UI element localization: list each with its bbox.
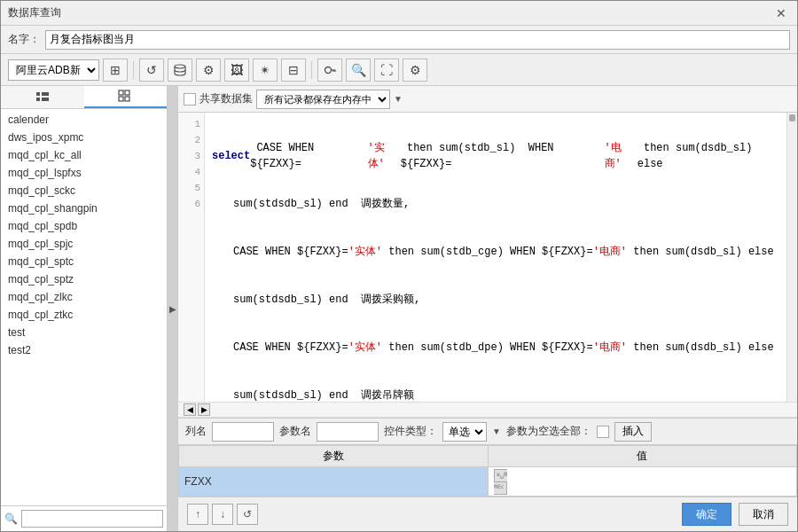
table-row: FZXX ᵃᵤᴮᴿᴱᶜ <box>179 467 797 497</box>
code-text-3c: then sum(dsdb_sl) else <box>627 340 774 356</box>
star-btn[interactable]: ✴ <box>253 59 278 82</box>
sidebar-item-9[interactable]: mqd_cpl_sptz <box>1 270 167 288</box>
sidebar-item-8[interactable]: mqd_cpl_sptc <box>1 253 167 270</box>
col-param-input[interactable] <box>317 422 379 442</box>
value-cell[interactable]: ᵃᵤᴮᴿᴱᶜ <box>488 467 797 497</box>
sidebar-item-10[interactable]: mqd_cpl_zlkc <box>1 288 167 306</box>
store-select[interactable]: 所有记录都保存在内存中 <box>256 90 390 109</box>
sidebar: calenderdws_ipos_xpmcmqd_cpl_kc_allmqd_c… <box>1 86 168 531</box>
str-1a: '实体' <box>368 140 401 172</box>
toolbar-sep-2 <box>311 61 312 79</box>
editor-nav-row: ◀ ▶ <box>178 402 797 418</box>
code-text-2c: then sum(dsdb_sl) else <box>627 244 774 260</box>
image-btn[interactable]: 🖼 <box>224 59 249 82</box>
sidebar-collapse-arrow[interactable]: ▶ <box>168 86 178 531</box>
list-view-btn[interactable] <box>1 86 84 108</box>
line-num-2: 2 <box>178 132 204 148</box>
sort-buttons: ↑ ↓ ↺ <box>187 504 258 525</box>
param-cell[interactable]: FZXX <box>179 467 489 497</box>
line-num-3: 3 <box>178 148 204 164</box>
sidebar-search-input[interactable] <box>21 510 163 528</box>
minus-btn[interactable]: ⊟ <box>281 59 306 82</box>
grid-view-btn[interactable]: ⊞ <box>103 59 128 82</box>
action-row: ↑ ↓ ↺ 确定 取消 <box>178 497 797 531</box>
code-text-1c: then sum(dsdb_sl) else <box>638 140 779 172</box>
grid-icon <box>117 89 133 105</box>
line-num-4: 4 <box>178 164 204 180</box>
svg-rect-12 <box>125 97 129 101</box>
sidebar-item-3[interactable]: mqd_cpl_lspfxs <box>1 164 167 182</box>
kw-select: select <box>212 148 250 164</box>
code-line-3: CASE WHEN ${FZXX}= '实体' then sum(stdb_dp… <box>212 340 779 356</box>
sidebar-item-12[interactable]: test <box>1 324 167 341</box>
datasource-select[interactable]: 阿里云ADB新 <box>8 59 99 81</box>
sidebar-item-7[interactable]: mqd_cpl_spjc <box>1 235 167 253</box>
code-text-3a: CASE WHEN ${FZXX}= <box>212 340 348 356</box>
sidebar-item-5[interactable]: mqd_cpl_shangpin <box>1 200 167 217</box>
config-btn[interactable]: ⚙ <box>403 59 427 82</box>
sidebar-item-1[interactable]: dws_ipos_xpmc <box>1 129 167 146</box>
col-param-label: 参数名 <box>279 424 311 439</box>
editor-scrollbar[interactable] <box>786 113 797 402</box>
sidebar-item-13[interactable]: test2 <box>1 341 167 359</box>
svg-rect-11 <box>119 97 123 101</box>
code-content[interactable]: select CASE WHEN ${FZXX}= '实体' then sum(… <box>205 113 786 402</box>
confirm-button[interactable]: 确定 <box>682 503 732 526</box>
svg-rect-8 <box>42 98 49 101</box>
nav-right-btn[interactable]: ▶ <box>198 403 210 416</box>
key-btn[interactable] <box>317 59 342 82</box>
str-2b: '电商' <box>593 244 627 260</box>
cancel-button[interactable]: 取消 <box>739 503 788 526</box>
svg-rect-5 <box>36 92 40 96</box>
sidebar-item-0[interactable]: calender <box>1 111 167 129</box>
optional-label: 参数为空选全部： <box>506 424 591 439</box>
dropdown-arrow-icon: ▼ <box>394 94 403 104</box>
fullscreen-btn[interactable]: ⛶ <box>374 59 399 82</box>
editor-area[interactable]: 1 2 3 4 5 6 select CASE WHEN ${FZXX}= '实… <box>178 113 797 402</box>
params-table-wrapper: 参数 值 FZXX ᵃᵤᴮᴿᴱᶜ <box>178 445 797 497</box>
code-text-3d: sum(stdsdb_sl) end 调拨吊牌额 <box>212 387 414 402</box>
sidebar-item-11[interactable]: mqd_cpl_ztkc <box>1 306 167 324</box>
name-row: 名字： <box>1 26 797 54</box>
insert-button[interactable]: 插入 <box>614 422 652 442</box>
window-title: 数据库查询 <box>8 5 61 20</box>
view-toggle <box>1 86 167 109</box>
shared-checkbox[interactable] <box>184 93 196 106</box>
grid-view-toggle-btn[interactable] <box>84 86 168 108</box>
param-header: 参数 <box>179 446 489 467</box>
code-text-2a: CASE WHEN ${FZXX}= <box>212 244 348 260</box>
nav-left-btn[interactable]: ◀ <box>184 403 196 416</box>
params-toolbar: 列名 参数名 控件类型： 单选 多选 文本 ▼ 参数为空选全部： 插入 <box>178 419 797 445</box>
db-btn[interactable] <box>168 59 192 82</box>
settings-btn[interactable]: ⚙ <box>196 59 221 82</box>
sort-refresh-btn[interactable]: ↺ <box>237 504 258 525</box>
params-panel: 列名 参数名 控件类型： 单选 多选 文本 ▼ 参数为空选全部： 插入 <box>178 418 797 531</box>
code-line-2b: sum(stdsdb_sl) end 调拨采购额, <box>212 292 779 308</box>
right-panel: 共享数据集 所有记录都保存在内存中 ▼ 1 2 3 4 5 6 select <box>178 86 797 531</box>
sort-down-btn[interactable]: ↓ <box>212 504 233 525</box>
col-name-label: 列名 <box>185 424 207 439</box>
toolbar-sep-1 <box>133 61 134 79</box>
col-name-input[interactable] <box>212 422 274 442</box>
refresh-btn[interactable]: ↺ <box>139 59 164 82</box>
svg-point-1 <box>325 66 332 73</box>
code-line-1b: sum(stdsdb_sl) end 调拨数量, <box>212 196 779 212</box>
search-btn[interactable]: 🔍 <box>346 59 371 82</box>
control-type-select[interactable]: 单选 多选 文本 <box>442 422 487 442</box>
name-input[interactable] <box>45 30 790 50</box>
main-area: calenderdws_ipos_xpmcmqd_cpl_kc_allmqd_c… <box>1 86 797 531</box>
code-text-2d: sum(stdsdb_sl) end 调拨采购额, <box>212 292 420 308</box>
search-icon: 🔍 <box>4 512 18 525</box>
sort-up-btn[interactable]: ↑ <box>187 504 208 525</box>
shared-badge: 共享数据集 <box>184 91 253 106</box>
query-toolbar: 共享数据集 所有记录都保存在内存中 ▼ <box>178 86 797 113</box>
sidebar-item-6[interactable]: mqd_cpl_spdb <box>1 217 167 235</box>
close-button[interactable]: ✕ <box>772 4 790 22</box>
sidebar-item-2[interactable]: mqd_cpl_kc_all <box>1 146 167 164</box>
str-3a: '实体' <box>348 340 382 356</box>
optional-checkbox[interactable] <box>597 426 609 438</box>
sidebar-item-4[interactable]: mqd_cpl_sckc <box>1 182 167 200</box>
abc-icon: ᵃᵤᴮᴿᴱᶜ <box>494 469 507 495</box>
code-text-1d: sum(stdsdb_sl) end 调拨数量, <box>212 196 410 212</box>
code-line-1: select CASE WHEN ${FZXX}= '实体' then sum(… <box>212 148 779 164</box>
